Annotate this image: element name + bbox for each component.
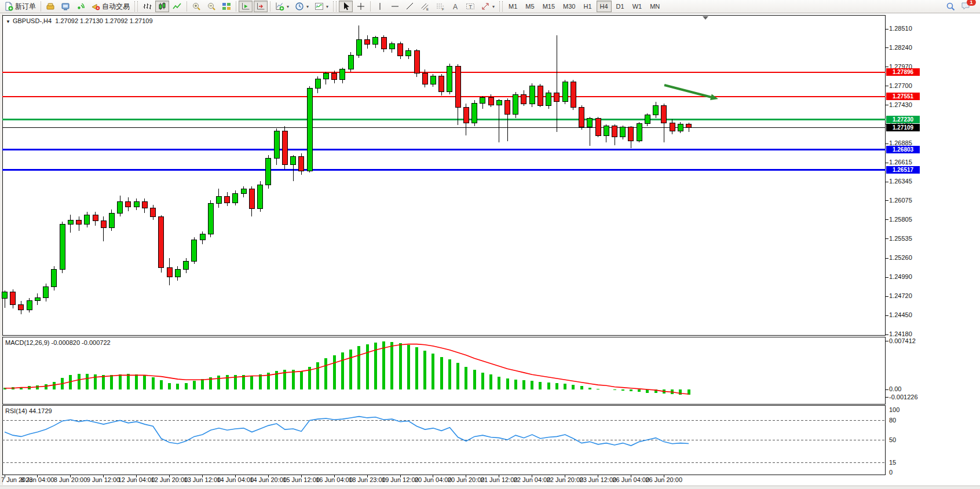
- tile-windows-icon: [222, 2, 231, 11]
- price-level-badge: 1.27109: [886, 124, 920, 131]
- macd-signal-line: [5, 344, 689, 394]
- macd-axis-label: -0.001226: [889, 394, 918, 400]
- auto-scroll-button[interactable]: [239, 1, 253, 12]
- channel-icon: E: [420, 2, 430, 11]
- template-button[interactable]: ▾: [312, 1, 331, 12]
- candle-up: [513, 94, 518, 114]
- candle-down: [612, 126, 617, 137]
- toolbar-separator: [41, 1, 41, 12]
- price-level-badge: 1.26517: [886, 166, 920, 174]
- candle-down: [595, 119, 601, 135]
- candle-down: [10, 292, 16, 305]
- candle-up: [562, 82, 568, 101]
- candle-down: [628, 127, 634, 141]
- candle-up: [2, 292, 8, 299]
- timeframe-H4[interactable]: H4: [597, 1, 612, 12]
- candle-up: [356, 39, 361, 55]
- timeframe-M30[interactable]: M30: [560, 1, 579, 12]
- timeframe-M1[interactable]: M1: [505, 1, 521, 12]
- chart-profile-icon: [46, 2, 55, 11]
- macd-axis-label: 0.00: [889, 385, 901, 392]
- timeframe-H1[interactable]: H1: [580, 1, 595, 12]
- line-chart-button[interactable]: [170, 1, 184, 12]
- toolbar-separator: [236, 1, 236, 12]
- text-button[interactable]: A: [448, 1, 462, 12]
- signals-button[interactable]: [74, 1, 87, 12]
- equidistant-channel-button[interactable]: E: [418, 1, 432, 12]
- price-axis-label: 1.28240: [889, 44, 912, 51]
- price-axis-label: 1.25260: [889, 254, 912, 261]
- timeframe-M15[interactable]: M15: [539, 1, 558, 12]
- candle-up: [184, 261, 189, 270]
- notification-badge[interactable]: 1: [967, 0, 976, 6]
- candle-down: [93, 215, 98, 221]
- trendline-button[interactable]: [403, 1, 417, 12]
- candle-up: [60, 225, 65, 270]
- timeframe-MN[interactable]: MN: [646, 1, 663, 12]
- periods-button[interactable]: ▾: [292, 1, 311, 12]
- toolbar-separator: [370, 1, 371, 12]
- candle-down: [414, 51, 419, 73]
- horizontal-line-button[interactable]: [388, 1, 402, 12]
- candle-up: [406, 51, 411, 56]
- bar-chart-button[interactable]: [140, 1, 154, 12]
- timeframe-M5[interactable]: M5: [522, 1, 537, 12]
- search-button[interactable]: [944, 1, 957, 12]
- candle-up: [274, 131, 279, 158]
- chart-shift-marker-icon[interactable]: [703, 16, 708, 20]
- auto-trading-button[interactable]: 自动交易: [89, 1, 132, 12]
- date-axis-label: 14 Jun 20:00: [250, 476, 287, 483]
- zoom-in-button[interactable]: [189, 1, 203, 12]
- candle-up: [637, 123, 642, 141]
- new-order-button[interactable]: 新订单: [2, 1, 38, 12]
- toolbar-grip: [134, 1, 138, 12]
- vertical-line-button[interactable]: [373, 1, 387, 12]
- chart-ohlc-values: 1.27092 1.27130 1.27092 1.27109: [55, 17, 152, 24]
- candle-up: [496, 100, 502, 105]
- candle-up: [447, 67, 452, 92]
- candle-up: [529, 86, 535, 104]
- arrows-button[interactable]: ▾: [478, 1, 497, 12]
- collapse-triangle-icon[interactable]: ▼: [6, 19, 10, 24]
- candle-up: [604, 126, 609, 135]
- cursor-icon: [341, 2, 350, 11]
- template-icon: [315, 2, 324, 11]
- chart-profile-button[interactable]: [43, 1, 57, 12]
- price-axis-label: 1.25535: [889, 235, 912, 242]
- chart-shift-button[interactable]: [254, 1, 268, 12]
- candle-up: [258, 185, 263, 209]
- candle-down: [571, 82, 576, 107]
- candle-down: [398, 44, 403, 56]
- text-label-button[interactable]: T: [463, 1, 477, 12]
- tile-windows-button[interactable]: [220, 1, 233, 12]
- candle-up: [315, 79, 320, 89]
- price-level-badge: 1.27230: [886, 116, 920, 123]
- candle-down: [537, 86, 543, 106]
- candle-up: [43, 286, 49, 298]
- horizontal-line-icon: [390, 2, 400, 11]
- price-axis-label: 1.24720: [889, 292, 912, 299]
- crosshair-button[interactable]: [354, 1, 368, 12]
- date-axis-label: 12 Jun 20:00: [151, 476, 188, 483]
- new-order-icon: [4, 2, 13, 11]
- terminal-button[interactable]: [58, 1, 72, 12]
- trend-arrow-annotation[interactable]: [664, 85, 711, 97]
- chart-symbol-period: GBPUSD-,H4: [13, 17, 52, 24]
- candle-down: [686, 124, 692, 128]
- candlestick-chart-button[interactable]: [155, 1, 169, 12]
- candle-up: [678, 124, 683, 131]
- fibonacci-button[interactable]: F: [433, 1, 447, 12]
- indicators-button[interactable]: ▾: [273, 1, 291, 12]
- zoom-out-button[interactable]: [204, 1, 218, 12]
- cursor-button[interactable]: [339, 1, 353, 12]
- candle-down: [299, 157, 304, 171]
- toolbar-separator: [187, 1, 187, 12]
- dropdown-arrow-icon: ▾: [326, 4, 328, 9]
- rsi-axis-label: 50: [889, 436, 896, 443]
- date-axis-label: 15 Jun 12:00: [283, 476, 320, 483]
- candle-down: [579, 107, 584, 127]
- toolbar-separator: [270, 1, 270, 12]
- timeframe-W1[interactable]: W1: [629, 1, 646, 12]
- chart-plot[interactable]: [2, 15, 890, 479]
- timeframe-D1[interactable]: D1: [613, 1, 628, 12]
